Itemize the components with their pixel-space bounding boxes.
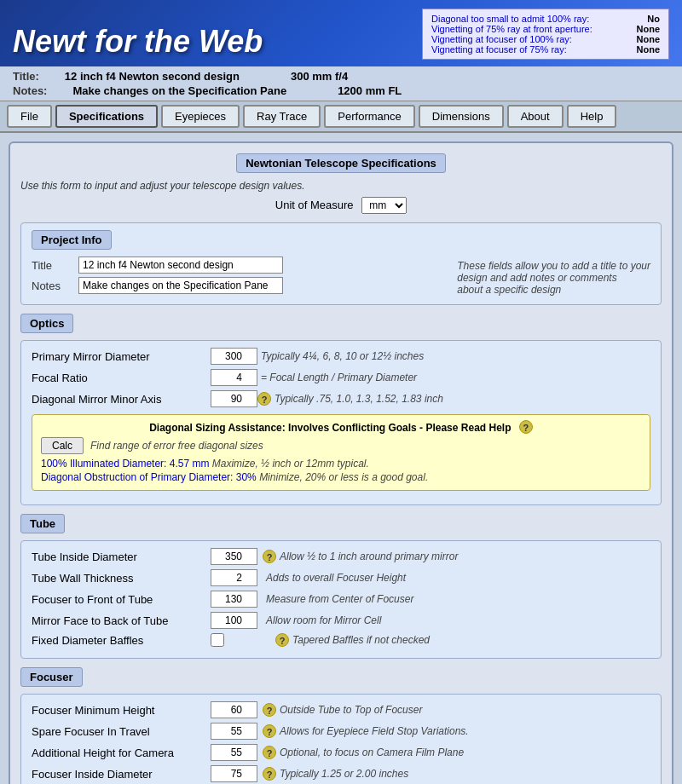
spare-focuser-label: Spare Focuser In Travel (32, 725, 211, 738)
side-note-2: design and add notes or comments (457, 272, 650, 284)
focuser-inside-input-wrap (211, 765, 257, 782)
focal-ratio-input[interactable] (211, 369, 257, 386)
focuser-inside-help-icon[interactable]: ? (263, 767, 276, 781)
focuser-section: Focuser Minimum Height ? Outside Tube to… (20, 694, 662, 784)
tube-section: Tube Inside Diameter ? Allow ½ to 1 inch… (20, 540, 662, 659)
focuser-min-help-icon[interactable]: ? (263, 703, 276, 717)
tube-wall-input[interactable] (211, 569, 257, 586)
tab-about[interactable]: About (507, 105, 564, 128)
focal-ratio-label: Focal Ratio (32, 372, 211, 384)
primary-mirror-input[interactable] (211, 348, 257, 365)
camera-height-row: Additional Height for Camera ? Optional,… (32, 744, 650, 761)
tube-inside-input[interactable] (211, 548, 257, 565)
unit-select[interactable]: mm inch (361, 197, 407, 214)
focuser-front-note: Measure from Center of Focuser (266, 593, 413, 605)
status-row-3: Vignetting at focuser of 100% ray: None (431, 34, 660, 44)
notes-value: Make changes on the Specification Pane (72, 84, 286, 97)
focuser-front-row: Focuser to Front of Tube Measure from Ce… (32, 591, 650, 608)
title-field-row: Title (32, 257, 448, 274)
diagonal-mirror-note: Typically .75, 1.0, 1.3, 1.52, 1.83 inch (275, 393, 443, 405)
tab-specifications[interactable]: Specifications (55, 105, 158, 128)
specs-container: Newtonian Telescope Specifications Use t… (9, 141, 673, 784)
tab-eyepieces[interactable]: Eyepieces (161, 105, 240, 128)
focal-ratio-note: = Focal Length / Primary Diameter (261, 372, 417, 383)
tab-ray-trace[interactable]: Ray Trace (243, 105, 321, 128)
tube-inside-note: Allow ½ to 1 inch around primary mirror (280, 551, 458, 562)
main-content: Newtonian Telescope Specifications Use t… (0, 133, 682, 784)
title-line: Title: 12 inch f4 Newton second design 3… (13, 70, 669, 83)
notes-label: Notes: (13, 84, 47, 97)
project-info-title: Project Info (32, 230, 112, 250)
tab-dimensions[interactable]: Dimensions (419, 105, 504, 128)
diagonal-mirror-input-wrap (211, 390, 257, 407)
primary-mirror-note: Typically 4¼, 6, 8, 10 or 12½ inches (261, 350, 424, 362)
side-note-3: about a specific design (457, 284, 650, 296)
tab-help[interactable]: Help (567, 105, 617, 128)
title-value: 12 inch f4 Newton second design (65, 70, 240, 83)
camera-height-help-icon[interactable]: ? (263, 746, 276, 759)
notes-field-label: Notes (32, 280, 78, 292)
diagonal-help-icon[interactable]: ? (257, 392, 271, 406)
focal-ratio-input-wrap (211, 369, 257, 386)
spare-focuser-input[interactable] (211, 723, 257, 740)
camera-height-input[interactable] (211, 744, 257, 761)
spare-focuser-note: Allows for Eyepiece Field Stop Variation… (280, 725, 469, 737)
diagonal-box: Diagonal Sizing Assistance: Involves Con… (32, 414, 650, 491)
focuser-inside-note: Typically 1.25 or 2.00 inches (280, 768, 408, 780)
obstruction-result: Diagonal Obstruction of Primary Diameter… (41, 471, 641, 483)
focuser-front-input[interactable] (211, 591, 257, 608)
focuser-inside-input[interactable] (211, 765, 257, 782)
tab-file[interactable]: File (7, 105, 52, 128)
tube-wall-row: Tube Wall Thickness Adds to overall Focu… (32, 569, 650, 586)
mirror-back-input[interactable] (211, 612, 257, 629)
diagonal-box-help-icon[interactable]: ? (519, 420, 533, 434)
tube-inside-help-icon[interactable]: ? (263, 550, 276, 563)
focuser-front-label: Focuser to Front of Tube (32, 593, 211, 606)
primary-mirror-input-wrap (211, 348, 257, 365)
illuminated-note: Maximize, ½ inch or 12mm typical. (212, 458, 369, 470)
spare-focuser-help-icon[interactable]: ? (263, 724, 276, 738)
focuser-front-input-wrap (211, 591, 257, 608)
vignetting-75-value: None (637, 24, 661, 34)
diagonal-calc-row: Calc Find range of error free diagonal s… (41, 437, 641, 454)
notes-field-row: Notes (32, 277, 448, 294)
optics-title: Optics (20, 314, 73, 333)
focal-length: 300 mm f/4 (291, 70, 348, 83)
title-label: Title: (13, 70, 39, 83)
camera-height-label: Additional Height for Camera (32, 747, 211, 759)
vignetting-focuser-75-label: Vignetting at focuser of 75% ray: (431, 44, 567, 55)
camera-height-input-wrap (211, 744, 257, 761)
illuminated-result: 100% Illuminated Diameter: 4.57 mm Maxim… (41, 458, 641, 470)
status-box: Diagonal too small to admit 100% ray: No… (422, 9, 669, 60)
mirror-back-label: Mirror Face to Back of Tube (32, 614, 211, 627)
tab-performance[interactable]: Performance (324, 105, 414, 128)
tube-inside-label: Tube Inside Diameter (32, 551, 211, 563)
title-input[interactable] (78, 257, 283, 274)
notes-line: Notes: Make changes on the Specification… (13, 84, 669, 97)
obstruction-label: Diagonal Obstruction of Primary Diameter… (41, 471, 257, 483)
notes-field-input-wrap (78, 277, 283, 294)
spec-intro: Use this form to input and adjust your t… (20, 180, 662, 192)
notes-input[interactable] (78, 277, 283, 294)
vignetting-focuser-75-value: None (637, 44, 661, 55)
baffles-checkbox[interactable] (211, 633, 224, 647)
focuser-min-input[interactable] (211, 701, 257, 718)
specs-main-title: Newtonian Telescope Specifications (236, 153, 446, 173)
illuminated-label: 100% Illuminated Diameter: 4.57 mm (41, 458, 209, 470)
header-sub: Title: 12 inch f4 Newton second design 3… (0, 66, 682, 101)
diag-too-small-label: Diagonal too small to admit 100% ray: (431, 14, 589, 24)
diagonal-mirror-label: Diagonal Mirror Minor Axis (32, 393, 211, 406)
vignetting-focuser-100-value: None (637, 34, 661, 44)
diag-too-small-value: No (647, 14, 660, 24)
obstruction-note: Minimize, 20% or less is a good goal. (259, 471, 428, 483)
calc-button[interactable]: Calc (41, 437, 84, 454)
vignetting-focuser-100-label: Vignetting at focuser of 100% ray: (431, 34, 572, 44)
diagonal-box-title: Diagonal Sizing Assistance: Involves Con… (41, 420, 641, 434)
baffles-label: Fixed Diameter Baffles (32, 634, 211, 647)
optics-section: Primary Mirror Diameter Typically 4¼, 6,… (20, 340, 662, 505)
baffles-help-icon[interactable]: ? (275, 633, 289, 647)
status-row-1: Diagonal too small to admit 100% ray: No (431, 14, 660, 24)
diagonal-mirror-row: Diagonal Mirror Minor Axis ? Typically .… (32, 390, 650, 407)
diagonal-mirror-input[interactable] (211, 390, 257, 407)
title-field-input-wrap (78, 257, 283, 274)
